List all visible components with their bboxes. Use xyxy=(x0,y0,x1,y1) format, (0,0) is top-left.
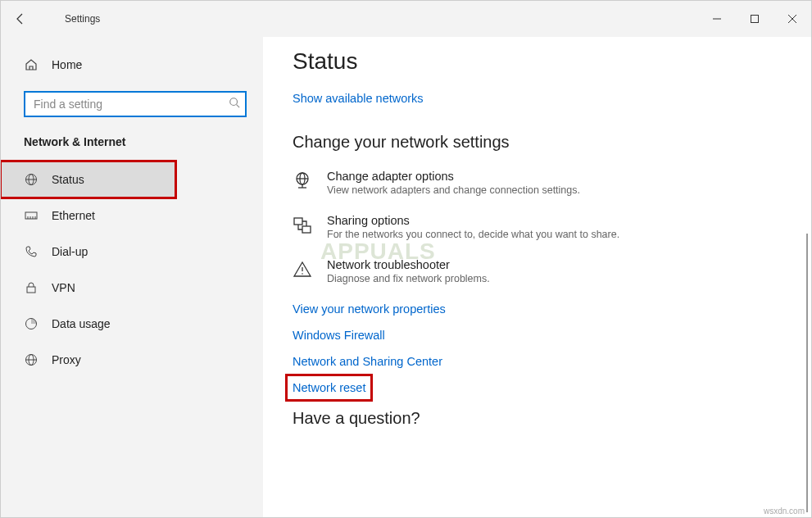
show-networks-link[interactable]: Show available networks xyxy=(293,92,424,105)
content-area: Status Show available networks Change yo… xyxy=(263,37,811,517)
option-troubleshooter[interactable]: Network troubleshooter Diagnose and fix … xyxy=(293,258,811,284)
globe-icon xyxy=(24,173,39,186)
option-desc: For the networks you connect to, decide … xyxy=(327,229,619,240)
option-title: Network troubleshooter xyxy=(327,258,490,271)
search-icon xyxy=(229,97,240,111)
sharing-icon xyxy=(293,216,312,235)
section-heading: Network & Internet xyxy=(1,135,263,161)
close-button[interactable] xyxy=(773,7,811,31)
home-icon xyxy=(24,58,39,71)
vpn-icon xyxy=(24,281,39,294)
minimize-button[interactable] xyxy=(698,7,736,31)
titlebar: Settings xyxy=(1,1,811,37)
svg-rect-1 xyxy=(751,16,759,23)
phone-icon xyxy=(24,245,39,258)
adapter-icon xyxy=(293,171,312,191)
search-input[interactable] xyxy=(24,91,247,117)
maximize-button[interactable] xyxy=(736,7,773,31)
sidebar-item-label: Dial-up xyxy=(52,245,88,258)
link-firewall[interactable]: Windows Firewall xyxy=(293,329,385,342)
data-icon xyxy=(24,317,39,330)
sidebar-item-status[interactable]: Status xyxy=(1,161,175,198)
sidebar-item-ethernet[interactable]: Ethernet xyxy=(1,198,175,234)
warning-icon xyxy=(293,260,312,279)
option-title: Sharing options xyxy=(327,214,619,227)
attribution: wsxdn.com xyxy=(764,507,805,516)
svg-point-27 xyxy=(302,273,303,275)
option-adapter[interactable]: Change adapter options View network adap… xyxy=(293,170,811,196)
option-desc: Diagnose and fix network problems. xyxy=(327,273,490,284)
search-wrap xyxy=(24,91,247,117)
change-settings-heading: Change your network settings xyxy=(293,133,811,152)
sidebar-item-label: Ethernet xyxy=(52,209,95,222)
svg-rect-25 xyxy=(302,226,311,233)
scrollbar[interactable] xyxy=(806,234,808,512)
sidebar-item-proxy[interactable]: Proxy xyxy=(1,342,175,378)
page-title: Status xyxy=(293,48,811,75)
link-network-reset[interactable]: Network reset xyxy=(293,381,365,394)
home-label: Home xyxy=(52,58,82,71)
link-sharing-center[interactable]: Network and Sharing Center xyxy=(293,355,442,368)
back-button[interactable] xyxy=(1,1,40,37)
ethernet-icon xyxy=(24,209,39,222)
sidebar-item-label: VPN xyxy=(52,281,75,294)
sidebar-item-data-usage[interactable]: Data usage xyxy=(1,306,175,342)
svg-line-5 xyxy=(237,105,240,108)
svg-point-4 xyxy=(230,98,238,106)
sidebar-item-label: Proxy xyxy=(52,353,81,366)
option-desc: View network adapters and change connect… xyxy=(327,184,580,196)
sidebar-item-vpn[interactable]: VPN xyxy=(1,270,175,306)
svg-rect-24 xyxy=(294,218,302,225)
sidebar-item-label: Status xyxy=(52,173,84,186)
option-title: Change adapter options xyxy=(327,170,580,183)
sidebar: Home Network & Internet Status Ethernet xyxy=(1,37,263,517)
window-controls xyxy=(698,7,811,31)
home-link[interactable]: Home xyxy=(1,50,263,80)
svg-rect-14 xyxy=(27,287,35,293)
link-view-properties[interactable]: View your network properties xyxy=(293,302,446,316)
option-sharing[interactable]: Sharing options For the networks you con… xyxy=(293,214,811,240)
app-title: Settings xyxy=(40,13,100,25)
globe-icon xyxy=(24,353,39,366)
sidebar-item-dialup[interactable]: Dial-up xyxy=(1,234,175,270)
question-heading: Have a question? xyxy=(293,409,811,428)
sidebar-item-label: Data usage xyxy=(52,317,111,330)
